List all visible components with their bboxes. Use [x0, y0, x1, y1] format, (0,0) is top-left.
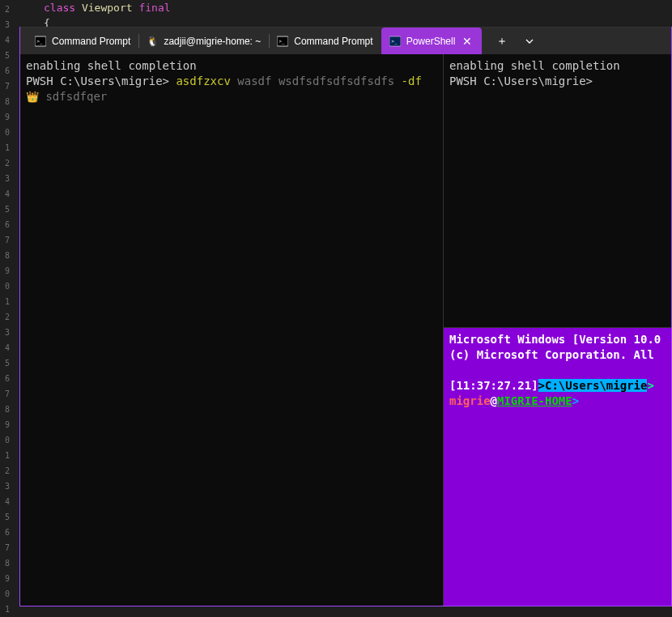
powershell-icon: >_: [389, 36, 401, 47]
banner-line: Microsoft Windows [Version 10.0: [449, 333, 661, 346]
prompt-gt: >: [572, 394, 579, 407]
cmd-arg: sdfsdfqer: [39, 90, 107, 103]
cmd-icon: >_: [35, 36, 46, 47]
crown-emoji-icon: 👑: [26, 91, 39, 103]
tab-label: PowerShell: [406, 36, 456, 47]
terminal-pane-left[interactable]: enabling shell completion PWSH C:\Users\…: [20, 54, 444, 606]
shell-output-line: enabling shell completion: [26, 59, 197, 72]
banner-line: (c) Microsoft Corporation. All: [449, 348, 661, 361]
cmd-arg: asdfzxcv: [176, 74, 230, 87]
tab-command-prompt[interactable]: >_ Command Prompt: [269, 28, 381, 54]
svg-text:>_: >_: [279, 38, 286, 45]
editor-line-gutter: 2 3 4 5 6 7 8 9 0 1 2 3 4 5 6 7 8 9 0 1 …: [0, 0, 11, 617]
class-name: Viewport: [82, 2, 133, 14]
tab-controls: ＋: [488, 28, 543, 54]
terminal-pane-right-bottom[interactable]: Microsoft Windows [Version 10.0 (c) Micr…: [444, 328, 671, 606]
prompt-gt: >: [647, 379, 653, 392]
prompt-path: >C:\Users\migrie: [538, 379, 648, 392]
terminal-pane-right-top[interactable]: enabling shell completion PWSH C:\Users\…: [444, 54, 671, 328]
terminal-panes: enabling shell completion PWSH C:\Users\…: [20, 54, 671, 606]
new-tab-button[interactable]: ＋: [488, 28, 516, 55]
terminal-window: >_ Command Prompt 🐧 zadjii@migrie-home: …: [19, 27, 672, 606]
keyword-final: final: [138, 2, 170, 14]
prompt-user: migrie: [449, 394, 491, 407]
prompt-at: @: [491, 394, 497, 407]
cmd-icon: >_: [277, 36, 288, 47]
shell-prompt: PWSH C:\Users\migrie>: [449, 74, 593, 87]
tab-linux[interactable]: 🐧 zadjii@migrie-home: ~: [138, 28, 269, 54]
tab-label: Command Prompt: [294, 36, 372, 47]
shell-output-line: enabling shell completion: [449, 59, 620, 72]
tab-command-prompt[interactable]: >_ Command Prompt: [27, 28, 138, 54]
tab-label: Command Prompt: [52, 36, 130, 47]
cmd-arg: -df: [402, 74, 429, 87]
svg-text:>_: >_: [37, 38, 44, 45]
svg-text:>_: >_: [391, 38, 398, 45]
tab-powershell[interactable]: >_ PowerShell ✕: [381, 28, 483, 54]
shell-prompt: PWSH C:\Users\migrie>: [26, 74, 176, 87]
prompt-host: MIGRIE-HOME: [497, 394, 572, 407]
close-icon[interactable]: ✕: [461, 35, 474, 48]
terminal-tab-bar: >_ Command Prompt 🐧 zadjii@migrie-home: …: [20, 27, 671, 54]
prompt-time: [11:37:27.21]: [449, 379, 538, 392]
keyword-class: class: [44, 2, 75, 14]
tux-icon: 🐧: [147, 36, 158, 47]
cmd-arg: wasdf wsdfsdfsdfsdfsdfs: [231, 74, 402, 87]
tab-dropdown-button[interactable]: [516, 28, 543, 55]
right-pane-column: enabling shell completion PWSH C:\Users\…: [444, 54, 671, 606]
tab-label: zadjii@migrie-home: ~: [164, 36, 261, 47]
